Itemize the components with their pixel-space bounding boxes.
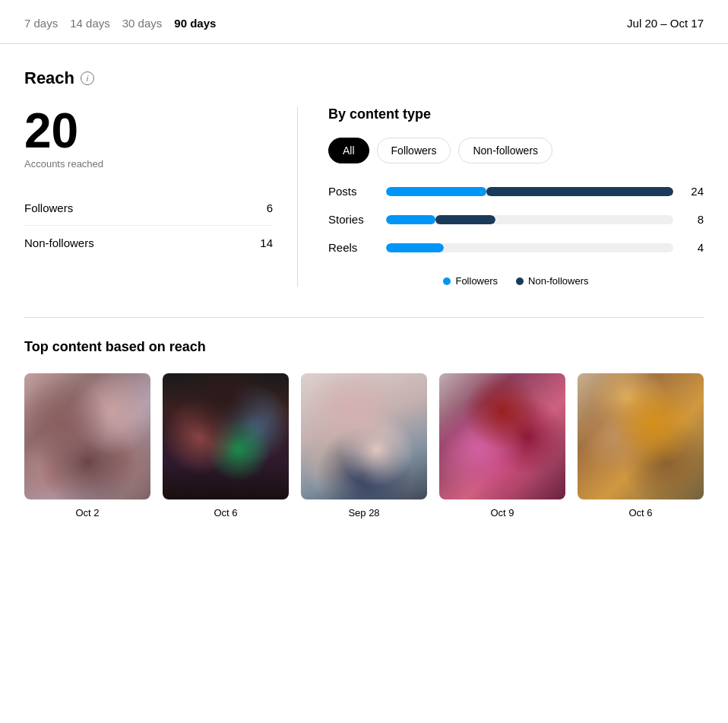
legend-non-followers: Non-followers [516, 275, 588, 287]
content-thumb-2 [301, 373, 427, 499]
posts-bar-value: 24 [685, 185, 704, 198]
filter-7days[interactable]: 7 days [24, 14, 58, 33]
reach-left-panel: 20 Accounts reached Followers 6 Non-foll… [24, 106, 298, 287]
legend-followers: Followers [443, 275, 498, 287]
content-item-2[interactable]: Sep 28 [301, 373, 427, 518]
date-range: Jul 20 – Oct 17 [627, 17, 704, 30]
top-content-section: Top content based on reach Oct 2 Oct 6 S… [24, 339, 704, 518]
content-date-3: Oct 9 [490, 507, 514, 518]
reach-right-panel: By content type All Followers Non-follow… [298, 106, 704, 287]
filter-all-btn[interactable]: All [328, 138, 369, 163]
time-filter-group: 7 days 14 days 30 days 90 days [24, 14, 216, 33]
content-thumb-0 [24, 373, 150, 499]
accounts-reached-label: Accounts reached [24, 158, 273, 170]
reels-label: Reels [328, 241, 374, 254]
content-thumb-4 [578, 373, 704, 499]
reels-bar-row: Reels 4 [328, 241, 704, 254]
followers-stat-value: 6 [267, 201, 273, 214]
content-type-title: By content type [328, 106, 704, 122]
followers-stat-row: Followers 6 [24, 191, 273, 226]
legend-non-followers-label: Non-followers [528, 275, 588, 287]
filter-30days[interactable]: 30 days [122, 14, 163, 33]
reels-bar-value: 4 [685, 241, 704, 254]
followers-stat-name: Followers [24, 201, 73, 214]
filter-followers-btn[interactable]: Followers [377, 138, 451, 163]
posts-label: Posts [328, 185, 374, 198]
non-followers-dot [516, 277, 524, 285]
content-date-2: Sep 28 [348, 507, 379, 518]
non-followers-stat-value: 14 [260, 236, 273, 249]
stories-label: Stories [328, 213, 374, 226]
stories-bar-track [386, 215, 673, 224]
reach-title-row: Reach i [24, 68, 704, 88]
non-followers-stat-row: Non-followers 14 [24, 226, 273, 260]
top-content-title: Top content based on reach [24, 339, 704, 355]
content-date-1: Oct 6 [214, 507, 237, 518]
stories-bar-value: 8 [685, 213, 704, 226]
non-followers-stat-name: Non-followers [24, 236, 94, 249]
posts-bar-row: Posts 24 [328, 185, 704, 198]
stories-bar-row: Stories 8 [328, 213, 704, 226]
content-grid: Oct 2 Oct 6 Sep 28 Oct 9 Oct 6 [24, 373, 704, 518]
main-content: Reach i 20 Accounts reached Followers 6 … [0, 44, 728, 543]
filter-14days[interactable]: 14 days [70, 14, 110, 33]
followers-dot [443, 277, 451, 285]
reach-heading: Reach [24, 68, 74, 88]
content-type-bar-chart: Posts 24 Stories [328, 185, 704, 254]
posts-bar-track [386, 187, 673, 196]
content-item-3[interactable]: Oct 9 [439, 373, 565, 518]
content-date-4: Oct 6 [628, 507, 652, 518]
accounts-reached-number: 20 [24, 106, 273, 155]
chart-legend: Followers Non-followers [328, 275, 704, 287]
content-item-0[interactable]: Oct 2 [24, 373, 150, 518]
top-nav: 7 days 14 days 30 days 90 days Jul 20 – … [0, 0, 728, 44]
content-thumb-3 [439, 373, 565, 499]
content-item-4[interactable]: Oct 6 [578, 373, 704, 518]
section-divider [24, 317, 704, 318]
filter-90days[interactable]: 90 days [174, 14, 216, 33]
content-date-0: Oct 2 [75, 507, 99, 518]
reach-body: 20 Accounts reached Followers 6 Non-foll… [24, 106, 704, 287]
content-item-1[interactable]: Oct 6 [163, 373, 289, 518]
reach-info-icon[interactable]: i [81, 71, 94, 85]
reels-bar-track [386, 243, 673, 252]
content-type-filters: All Followers Non-followers [328, 138, 704, 163]
legend-followers-label: Followers [455, 275, 498, 287]
filter-non-followers-btn[interactable]: Non-followers [458, 138, 552, 163]
content-thumb-1 [163, 373, 289, 499]
